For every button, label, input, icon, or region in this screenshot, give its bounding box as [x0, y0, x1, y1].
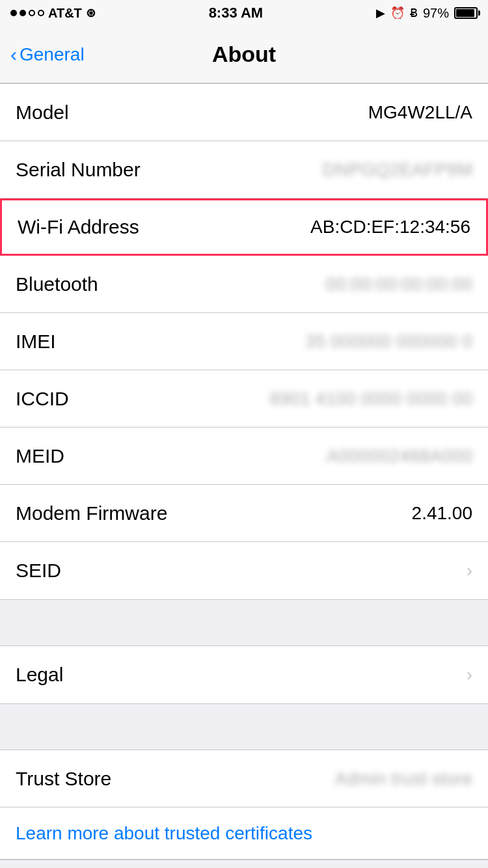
nav-bar: ‹ General About — [0, 26, 488, 83]
row-modem-label: Modem Firmware — [16, 502, 167, 524]
settings-section-legal: Legal › — [0, 645, 488, 704]
status-right: ▶ ⏰ Ƀ 97% — [376, 6, 478, 21]
learn-more-row[interactable]: Learn more about trusted certificates — [0, 807, 488, 860]
row-legal-label: Legal — [16, 664, 63, 686]
status-time: 8:33 AM — [209, 5, 264, 21]
battery-percentage: 97% — [423, 6, 449, 21]
page-title: About — [212, 42, 276, 67]
bluetooth-icon: Ƀ — [410, 6, 418, 20]
row-bluetooth: Bluetooth 00:00:00:00:00:00 — [0, 256, 488, 313]
row-bluetooth-label: Bluetooth — [16, 273, 98, 295]
row-wifi-label: Wi-Fi Address — [18, 216, 139, 238]
row-meid-label: MEID — [16, 445, 64, 467]
row-seid-label: SEID — [16, 560, 61, 582]
row-modem: Modem Firmware 2.41.00 — [0, 485, 488, 542]
seid-chevron-icon: › — [467, 560, 472, 581]
alarm-icon: ⏰ — [390, 6, 405, 20]
settings-section-trust: Trust Store Admin trust store Learn more… — [0, 750, 488, 860]
battery-icon — [454, 7, 478, 19]
row-serial-label: Serial Number — [16, 159, 141, 181]
signal-dot-4 — [38, 10, 44, 16]
row-model-label: Model — [16, 102, 69, 124]
carrier-label: AT&T — [48, 6, 82, 21]
row-wifi-value: AB:CD:EF:12:34:56 — [310, 217, 470, 237]
signal-dots — [10, 10, 44, 16]
row-model: Model MG4W2LL/A — [0, 84, 488, 141]
section-gap-2 — [0, 704, 488, 750]
signal-dot-3 — [29, 10, 35, 16]
back-label: General — [20, 44, 85, 65]
row-bluetooth-value: 00:00:00:00:00:00 — [325, 274, 472, 295]
row-serial-value: DNPGQ2EAFP9M — [323, 159, 472, 180]
carrier-wifi: AT&T ⊛ — [48, 6, 96, 21]
row-wifi: Wi-Fi Address AB:CD:EF:12:34:56 — [0, 198, 488, 256]
status-left: AT&T ⊛ — [10, 6, 96, 21]
row-iccid-value: 8901 4100 0000 0000 00 — [270, 388, 472, 409]
row-imei-label: IMEI — [16, 331, 56, 353]
status-bar: AT&T ⊛ 8:33 AM ▶ ⏰ Ƀ 97% — [0, 0, 488, 26]
settings-section-main: Model MG4W2LL/A Serial Number DNPGQ2EAFP… — [0, 83, 488, 600]
row-iccid: ICCID 8901 4100 0000 0000 00 — [0, 370, 488, 427]
signal-dot-2 — [20, 10, 26, 16]
back-chevron-icon: ‹ — [10, 44, 17, 66]
battery-fill — [456, 9, 474, 17]
row-seid[interactable]: SEID › — [0, 542, 488, 599]
row-trust-value: Admin trust store — [334, 768, 472, 789]
row-iccid-label: ICCID — [16, 388, 69, 410]
row-trust-label: Trust Store — [16, 768, 111, 790]
row-imei: IMEI 35 000000 000000 0 — [0, 313, 488, 370]
signal-dot-1 — [10, 10, 17, 16]
row-trust-store: Trust Store Admin trust store — [0, 750, 488, 807]
row-meid-value: A000002468A000 — [327, 446, 472, 467]
section-gap-1 — [0, 600, 488, 645]
wifi-status-icon: ⊛ — [86, 6, 96, 20]
row-model-value: MG4W2LL/A — [368, 102, 472, 123]
row-legal[interactable]: Legal › — [0, 646, 488, 703]
legal-chevron-icon: › — [467, 664, 472, 685]
row-serial: Serial Number DNPGQ2EAFP9M — [0, 141, 488, 198]
row-modem-value: 2.41.00 — [412, 503, 472, 524]
learn-more-link: Learn more about trusted certificates — [16, 823, 312, 844]
row-meid: MEID A000002468A000 — [0, 427, 488, 485]
back-button[interactable]: ‹ General — [10, 44, 85, 66]
row-imei-value: 35 000000 000000 0 — [305, 331, 472, 352]
location-icon: ▶ — [376, 6, 385, 20]
